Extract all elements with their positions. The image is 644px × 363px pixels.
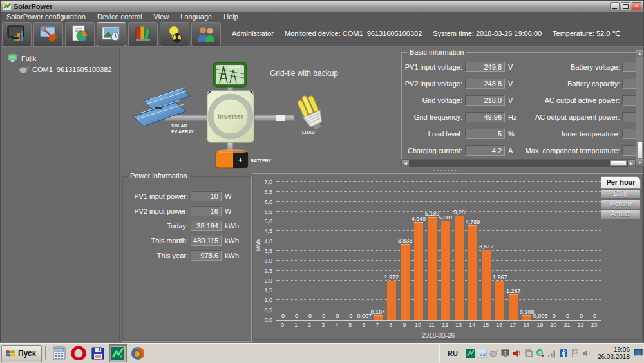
field-unit: W [225, 207, 231, 215]
firefox-icon[interactable] [129, 345, 146, 362]
info-row: Battery capacity:82% [516, 78, 644, 89]
menu-language[interactable]: Language [175, 12, 218, 22]
clock-time: 19:06 [598, 346, 630, 353]
gridline [276, 182, 601, 182]
v2-tray-icon[interactable]: V2 [477, 349, 487, 358]
y-tick-label: 6,0 [256, 199, 272, 205]
start-button[interactable]: Пуск [1, 345, 42, 362]
info-row: Today:38.184kWh [122, 220, 251, 231]
mouse-tray-icon[interactable] [489, 349, 498, 358]
field-value: 49.96 [465, 112, 505, 122]
x-tick-label: 23 [587, 322, 601, 328]
x-tick-label: 7 [370, 322, 384, 328]
y-tick-label: 0,0 [256, 317, 272, 323]
bar [495, 281, 504, 320]
button-monthly[interactable]: Monthly [601, 200, 641, 209]
field-label: Today: [122, 222, 188, 230]
field-unit: kWh [225, 222, 239, 230]
field-value: 480.115 [191, 236, 222, 246]
field-unit: kWh [225, 252, 239, 259]
connector-load [254, 115, 294, 121]
at-alert-tray-icon[interactable]: @ [535, 349, 545, 358]
x-tick-label: 21 [560, 322, 574, 328]
language-indicator[interactable]: RU [444, 348, 461, 358]
desktop-tray-icon[interactable] [634, 349, 643, 358]
tree-node-root[interactable]: Fujik [8, 54, 119, 63]
button-annual[interactable]: Annual [601, 210, 641, 219]
monitor-stats-icon[interactable] [2, 22, 32, 46]
info-row: Inner temperature:35.0℃ [516, 128, 644, 139]
status-monitored-value: COM1_96131605100382 [343, 30, 422, 37]
field-value: 218.0 [465, 95, 505, 106]
splitter-handle[interactable]: ........ [252, 167, 643, 172]
field-value: 249.8 [465, 62, 505, 72]
close-button[interactable]: × [632, 2, 641, 10]
field-label: PV1 input power: [122, 192, 188, 200]
report-pie-icon[interactable] [65, 22, 95, 46]
solarpower-tray-icon[interactable] [466, 349, 475, 358]
tree-root-label: Fujik [21, 55, 36, 62]
svg-text:?: ? [504, 351, 506, 355]
volume-red-tray-icon[interactable] [512, 349, 522, 358]
x-tick-label: 11 [424, 322, 438, 328]
status-line: Administrator Monitored device: COM1_961… [232, 30, 620, 38]
signal-tray-icon[interactable] [547, 349, 556, 358]
button-daily[interactable]: Daily [601, 189, 641, 199]
basic-vertical-scrollbar[interactable]: ▲ ▼ [636, 50, 644, 167]
y-axis-labels: 0,00,51,01,52,02,53,03,54,04,55,05,56,06… [256, 183, 274, 321]
bar [441, 221, 450, 320]
y-tick-label: 2,5 [256, 268, 272, 274]
flag-tray-icon[interactable] [570, 349, 580, 358]
connector-load-highlight [276, 115, 285, 121]
window-tray-icon[interactable] [524, 349, 533, 358]
field-value: 978.6 [191, 250, 222, 261]
menu-solarpower-configuration[interactable]: SolarPower configuration [1, 12, 91, 22]
bluetooth-tray-icon[interactable] [558, 349, 568, 358]
field-label: Inner temperature: [522, 130, 620, 138]
display-help-tray-icon[interactable]: ? [500, 349, 510, 358]
y-tick-label: 0,5 [256, 307, 272, 313]
device-setup-icon[interactable] [33, 22, 63, 46]
y-tick-label: 1,5 [256, 287, 272, 293]
x-tick-label: 18 [520, 322, 533, 328]
period-selector: Per hour Daily Monthly Annual [601, 176, 641, 220]
tree-node-device[interactable]: COM1_96131605100382 [19, 66, 119, 73]
scroll-right-icon[interactable]: ▶ [628, 160, 635, 167]
solarpower-app-icon[interactable] [109, 344, 127, 362]
users-icon[interactable] [191, 22, 221, 46]
svg-text:UTILITY: UTILITY [227, 65, 240, 69]
system-tray: RU V2 ? @ [440, 345, 644, 362]
calculator-icon[interactable] [51, 345, 68, 362]
scroll-left-icon[interactable]: ◀ [402, 160, 409, 167]
taskbar: Пуск RU V2 ? @ [0, 343, 644, 363]
menu-help[interactable]: Help [218, 12, 244, 22]
bar [482, 250, 491, 320]
menu-view[interactable]: View [148, 12, 175, 22]
volume-tray-icon[interactable] [582, 349, 591, 358]
title-bar[interactable]: SolarPower ▁ × [1, 1, 643, 12]
scroll-up-icon[interactable]: ▲ [636, 50, 643, 57]
floppy-save-icon[interactable] [90, 345, 106, 362]
x-tick-label: 12 [439, 322, 452, 328]
alert-bulb-icon[interactable] [160, 22, 189, 46]
info-row: Grid voltage:218.0V [402, 95, 516, 106]
library-icon[interactable] [128, 22, 158, 46]
gridline [276, 221, 601, 221]
app-window: SolarPower ▁ × SolarPower configuration … [0, 0, 644, 342]
menu-bar: SolarPower configuration Device control … [1, 12, 643, 23]
image-viewer-icon[interactable] [97, 22, 126, 46]
field-value: 10 [191, 191, 222, 201]
scroll-down-icon[interactable]: ▼ [636, 159, 643, 166]
tab-per-hour[interactable]: Per hour [601, 176, 641, 189]
opera-icon[interactable] [70, 345, 87, 362]
status-monitored-label: Monitored device: [285, 30, 341, 37]
minimize-button[interactable]: ▁ [610, 2, 620, 10]
solar-label-2: PV ARRAY [171, 129, 194, 134]
menu-device-control[interactable]: Device control [91, 12, 148, 22]
x-tick-label: 5 [343, 322, 357, 328]
status-temp-value: 52.0 [596, 30, 610, 37]
power-information-panel: Power information PV1 input power:10WPV2… [122, 176, 252, 342]
clock[interactable]: 19:06 26.03.2018 [598, 346, 630, 360]
restore-button[interactable] [621, 2, 630, 10]
load-icon [295, 93, 327, 133]
